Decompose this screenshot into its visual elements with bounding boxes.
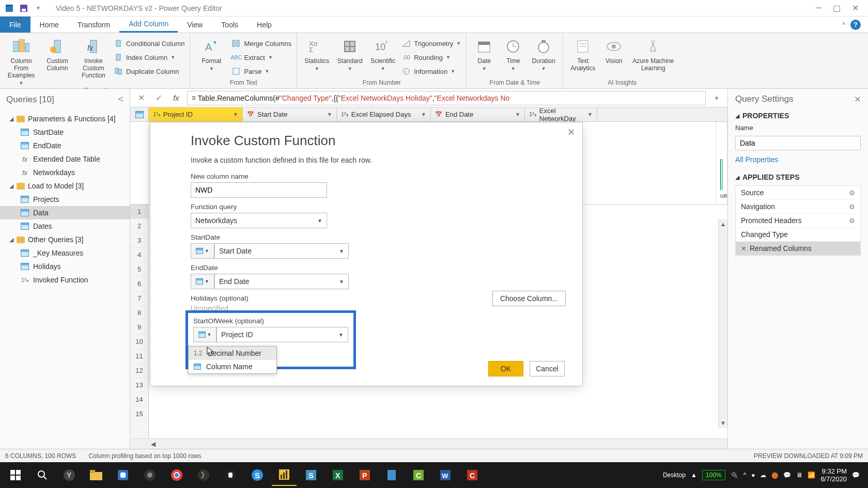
qat-save-icon[interactable] — [18, 2, 30, 14]
battery-indicator[interactable]: 100% — [702, 470, 725, 480]
chrome-icon[interactable] — [164, 464, 189, 486]
applied-step[interactable]: ✕Renamed Columns — [736, 242, 860, 256]
tray-chevron-icon[interactable]: ^ — [743, 471, 747, 479]
word-icon[interactable]: W — [433, 464, 458, 486]
trigonometry-button[interactable]: Trigonometry ▼ — [401, 37, 461, 50]
maximize-button[interactable]: ▢ — [833, 3, 841, 13]
startofweek-select[interactable]: Project ID▼ — [216, 327, 348, 342]
query-item[interactable]: _Key Measures — [0, 246, 130, 260]
tray-icon-2[interactable]: ☁ — [760, 471, 766, 479]
custom-column-button[interactable]: Custom Column — [41, 35, 73, 72]
file-tab[interactable]: File — [0, 17, 30, 33]
choose-column-button[interactable]: Choose Column... — [492, 291, 566, 306]
close-button[interactable]: ✕ — [852, 3, 859, 13]
menu-column-name[interactable]: Column Name — [189, 360, 276, 373]
close-settings-icon[interactable]: ✕ — [854, 95, 861, 104]
query-item[interactable]: Dates — [0, 219, 130, 233]
skype-icon[interactable]: S — [245, 464, 270, 486]
row-number[interactable]: 2 — [130, 219, 148, 233]
tab-view[interactable]: View — [178, 17, 212, 33]
duplicate-column-button[interactable]: Duplicate Column — [114, 65, 184, 77]
query-group[interactable]: ◢Other Queries [3] — [0, 233, 130, 246]
taskbar-app-6[interactable]: S — [299, 464, 323, 486]
tray-icon-1[interactable]: ● — [751, 471, 755, 479]
tab-tools[interactable]: Tools — [212, 17, 247, 33]
tab-add-column[interactable]: Add Column — [119, 17, 178, 33]
powerpoint-icon[interactable]: P — [352, 464, 377, 486]
fx-icon[interactable]: fx — [169, 91, 183, 105]
tray-up-icon[interactable]: ▲ — [691, 471, 697, 479]
taskbar-app-1[interactable]: Y — [57, 464, 82, 486]
index-column-button[interactable]: Index Column ▼ — [114, 51, 184, 64]
query-item[interactable]: fxNetworkdays — [0, 166, 130, 179]
taskbar-app-9[interactable]: C — [460, 464, 485, 486]
azure-ml-button[interactable]: Azure Machine Learning — [630, 35, 676, 72]
query-group[interactable]: ◢Load to Model [3] — [0, 179, 130, 193]
tab-home[interactable]: Home — [30, 17, 68, 33]
row-number[interactable]: 10 — [130, 335, 148, 349]
rounding-button[interactable]: .00Rounding ▼ — [401, 51, 461, 64]
notifications-icon[interactable]: 💬 — [852, 471, 860, 479]
tray-icon-3[interactable]: ⬤ — [771, 471, 778, 479]
standard-button[interactable]: Standard▼ — [335, 35, 364, 71]
text-analytics-button[interactable]: Text Analytics — [568, 35, 597, 72]
tab-help[interactable]: Help — [247, 17, 281, 33]
extract-button[interactable]: ABCExtract ▼ — [231, 51, 291, 64]
collapse-ribbon-icon[interactable]: ^ — [842, 21, 845, 28]
taskbar-app-5[interactable] — [218, 464, 243, 486]
taskbar-app-8[interactable]: C — [406, 464, 431, 486]
help-icon[interactable]: ? — [850, 20, 861, 30]
row-number[interactable]: 1 — [130, 204, 148, 219]
applied-step[interactable]: Source⚙ — [736, 186, 860, 200]
invoke-custom-function-button[interactable]: fx Invoke Custom Function — [78, 35, 110, 79]
formula-input[interactable]: = Table.RenameColumns(#"Changed Type",{{… — [187, 91, 706, 105]
date-button[interactable]: Date▼ — [472, 35, 497, 71]
statistics-button[interactable]: XσΣ Statistics▼ — [302, 35, 331, 71]
duration-button[interactable]: Duration▼ — [530, 35, 557, 71]
scientific-button[interactable]: 10² Scientific▼ — [368, 35, 397, 71]
all-properties-link[interactable]: All Properties — [735, 155, 778, 164]
ok-button[interactable]: OK — [488, 361, 523, 376]
column-header[interactable]: 1²₃Excel Elapsed Days▼ — [337, 107, 431, 121]
applied-step[interactable]: Navigation⚙ — [736, 200, 860, 214]
row-number[interactable]: 9 — [130, 320, 148, 335]
row-number[interactable]: 13 — [130, 378, 148, 392]
qat-dropdown-icon[interactable]: ▼ — [32, 2, 44, 14]
applied-step[interactable]: Promoted Headers⚙ — [736, 214, 860, 228]
table-icon[interactable] — [130, 107, 149, 121]
query-name-input[interactable] — [735, 136, 861, 150]
tray-icon-5[interactable]: 🖥 — [796, 471, 802, 479]
accept-formula-icon[interactable]: ✓ — [152, 91, 165, 105]
enddate-type-button[interactable]: ▼ — [191, 274, 214, 289]
file-explorer-icon[interactable] — [84, 464, 109, 486]
vertical-scrollbar[interactable]: ▲ ▼ — [718, 219, 727, 428]
row-number[interactable]: 6 — [130, 277, 148, 291]
row-number[interactable]: 3 — [130, 233, 148, 248]
row-number[interactable]: 8 — [130, 306, 148, 320]
row-number[interactable]: 15 — [130, 407, 148, 421]
cancel-button[interactable]: Cancel — [530, 361, 565, 376]
query-item[interactable]: 1²₃Invoked Function — [0, 273, 130, 287]
powerbi-icon[interactable] — [272, 464, 297, 486]
cancel-formula-icon[interactable]: ✕ — [134, 91, 148, 105]
information-button[interactable]: iInformation ▼ — [401, 65, 461, 77]
formula-dropdown-icon[interactable]: ▼ — [710, 91, 723, 105]
taskbar-app-4[interactable] — [191, 464, 216, 486]
time-button[interactable]: Time▼ — [501, 35, 525, 71]
taskbar-app-2[interactable] — [111, 464, 135, 486]
dialog-close-icon[interactable]: ✕ — [567, 127, 575, 138]
column-header[interactable]: 📅Start Date▼ — [243, 107, 337, 121]
new-column-name-input[interactable] — [191, 182, 327, 198]
parse-button[interactable]: Parse ▼ — [231, 65, 291, 77]
query-item[interactable]: Projects — [0, 193, 130, 206]
column-header[interactable]: 1²₃Excel NetworkDay▼ — [525, 107, 597, 121]
collapse-queries-icon[interactable]: < — [118, 94, 123, 105]
column-header[interactable]: 📅End Date▼ — [431, 107, 525, 121]
power-icon[interactable]: 🔌 — [731, 471, 738, 479]
function-query-select[interactable]: Networkdays▼ — [191, 213, 327, 228]
row-number[interactable]: 14 — [130, 392, 148, 407]
tab-transform[interactable]: Transform — [68, 17, 119, 33]
menu-decimal-number[interactable]: 1.2Decimal Number — [189, 347, 276, 360]
minimize-button[interactable]: ─ — [816, 3, 822, 13]
query-item[interactable]: StartDate — [0, 125, 130, 139]
